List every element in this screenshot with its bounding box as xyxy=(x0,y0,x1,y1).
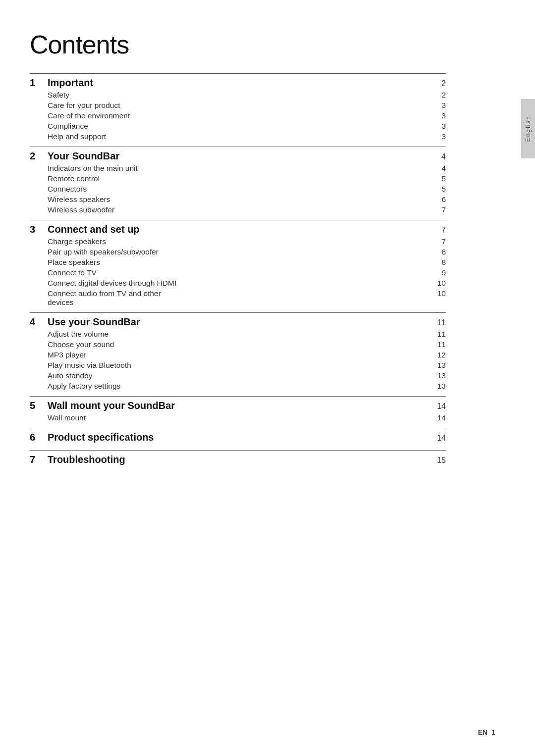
section-title-2: Your SoundBar xyxy=(48,151,431,162)
section-number-1: 1 xyxy=(30,77,48,89)
sub-page-3-4: 10 xyxy=(431,279,446,288)
section-1: 1Important2Safety2Care for your product3… xyxy=(30,74,446,142)
sub-label-1-1: Care for your product xyxy=(48,101,431,110)
section-2: 2Your SoundBar4Indicators on the main un… xyxy=(30,147,446,215)
section-page-5: 14 xyxy=(431,402,446,411)
sub-item-5-0: Wall mount14 xyxy=(30,412,446,423)
sub-label-4-4: Auto standby xyxy=(48,371,431,380)
section-header-row-1: 1Important2 xyxy=(30,74,446,90)
sub-label-4-2: MP3 player xyxy=(48,351,431,359)
section-number-7: 7 xyxy=(30,454,48,465)
sub-label-1-4: Help and support xyxy=(48,132,431,141)
section-title-5: Wall mount your SoundBar xyxy=(48,400,431,411)
sub-page-4-3: 13 xyxy=(431,361,446,370)
sub-items-4: Adjust the volume11Choose your sound11MP… xyxy=(30,329,446,391)
sub-item-4-3: Play music via Bluetooth13 xyxy=(30,360,446,370)
sub-item-1-0: Safety2 xyxy=(30,90,446,100)
sub-page-1-2: 3 xyxy=(431,111,446,120)
sub-item-1-2: Care of the environment3 xyxy=(30,110,446,121)
section-page-7: 15 xyxy=(431,456,446,465)
sub-page-2-2: 5 xyxy=(431,185,446,194)
sub-item-4-4: Auto standby13 xyxy=(30,370,446,381)
sub-item-1-1: Care for your product3 xyxy=(30,100,446,110)
section-header-row-6: 6Product specifications14 xyxy=(30,428,446,444)
sub-label-4-3: Play music via Bluetooth xyxy=(48,361,431,370)
sub-label-1-0: Safety xyxy=(48,91,431,100)
section-3: 3Connect and set up7Charge speakers7Pair… xyxy=(30,220,446,307)
sub-page-4-2: 12 xyxy=(431,351,446,359)
sub-page-3-0: 7 xyxy=(431,237,446,246)
section-page-3: 7 xyxy=(431,226,446,235)
section-number-2: 2 xyxy=(30,151,48,162)
page-title: Contents xyxy=(30,30,446,59)
sub-item-4-1: Choose your sound11 xyxy=(30,339,446,350)
footer: EN 1 xyxy=(478,728,495,736)
sub-item-3-3: Connect to TV9 xyxy=(30,267,446,278)
sub-page-5-0: 14 xyxy=(431,413,446,422)
sub-page-2-3: 6 xyxy=(431,195,446,204)
section-header-row-5: 5Wall mount your SoundBar14 xyxy=(30,397,446,412)
sub-item-2-3: Wireless speakers6 xyxy=(30,194,446,204)
sub-page-4-4: 13 xyxy=(431,371,446,380)
sub-page-1-1: 3 xyxy=(431,101,446,110)
sub-page-2-4: 7 xyxy=(431,205,446,214)
sub-item-3-0: Charge speakers7 xyxy=(30,236,446,247)
sub-page-2-1: 5 xyxy=(431,174,446,183)
section-number-6: 6 xyxy=(30,432,48,443)
sub-label-2-2: Connectors xyxy=(48,185,431,194)
sub-page-3-5: 10 xyxy=(431,289,446,298)
sub-item-3-5: Connect audio from TV and other devices1… xyxy=(30,288,446,307)
sub-label-4-0: Adjust the volume xyxy=(48,330,431,339)
sub-label-2-0: Indicators on the main unit xyxy=(48,164,431,173)
sub-item-1-3: Compliance3 xyxy=(30,121,446,131)
section-title-7: Troubleshooting xyxy=(48,454,431,465)
section-5: 5Wall mount your SoundBar14Wall mount14 xyxy=(30,397,446,423)
sub-label-5-0: Wall mount xyxy=(48,413,431,422)
sub-item-2-0: Indicators on the main unit4 xyxy=(30,163,446,173)
sub-page-1-4: 3 xyxy=(431,132,446,141)
section-number-3: 3 xyxy=(30,224,48,235)
sub-item-4-5: Apply factory settings13 xyxy=(30,381,446,391)
section-title-4: Use your SoundBar xyxy=(48,316,431,328)
section-header-row-7: 7Troubleshooting15 xyxy=(30,451,446,466)
footer-page: 1 xyxy=(491,728,495,736)
sub-label-3-0: Charge speakers xyxy=(48,237,431,246)
sub-label-3-4: Connect digital devices through HDMI xyxy=(48,279,431,288)
sub-label-3-2: Place speakers xyxy=(48,258,431,267)
section-page-1: 2 xyxy=(431,79,446,88)
section-title-1: Important xyxy=(48,77,431,89)
sub-label-3-1: Pair up with speakers/subwoofer xyxy=(48,248,431,256)
section-header-row-2: 2Your SoundBar4 xyxy=(30,147,446,163)
sub-page-3-3: 9 xyxy=(431,268,446,277)
sub-page-4-5: 13 xyxy=(431,382,446,391)
sub-item-4-2: MP3 player12 xyxy=(30,350,446,360)
sub-page-1-3: 3 xyxy=(431,122,446,131)
sidebar-label: English xyxy=(525,115,532,142)
sub-item-2-1: Remote control5 xyxy=(30,173,446,184)
section-page-4: 11 xyxy=(431,318,446,327)
sub-label-4-1: Choose your sound xyxy=(48,340,431,349)
sub-page-3-1: 8 xyxy=(431,248,446,256)
sub-item-4-0: Adjust the volume11 xyxy=(30,329,446,339)
section-number-4: 4 xyxy=(30,316,48,328)
sub-item-3-2: Place speakers8 xyxy=(30,257,446,267)
sub-label-2-3: Wireless speakers xyxy=(48,195,431,204)
section-header-row-3: 3Connect and set up7 xyxy=(30,220,446,236)
sub-items-2: Indicators on the main unit4Remote contr… xyxy=(30,163,446,215)
sub-page-2-0: 4 xyxy=(431,164,446,173)
sub-item-2-2: Connectors5 xyxy=(30,184,446,194)
section-page-2: 4 xyxy=(431,152,446,161)
sub-page-1-0: 2 xyxy=(431,91,446,100)
section-6: 6Product specifications14 xyxy=(30,428,446,444)
section-page-6: 14 xyxy=(431,434,446,443)
sub-items-3: Charge speakers7Pair up with speakers/su… xyxy=(30,236,446,307)
sub-label-1-3: Compliance xyxy=(48,122,431,131)
section-4: 4Use your SoundBar11Adjust the volume11C… xyxy=(30,313,446,391)
sub-label-4-5: Apply factory settings xyxy=(48,382,431,391)
sub-page-3-2: 8 xyxy=(431,258,446,267)
page-container: Contents 1Important2Safety2Care for your… xyxy=(0,0,485,502)
sub-item-3-4: Connect digital devices through HDMI10 xyxy=(30,278,446,288)
section-7: 7Troubleshooting15 xyxy=(30,451,446,466)
sidebar-tab: English xyxy=(521,99,535,158)
section-title-6: Product specifications xyxy=(48,432,431,443)
